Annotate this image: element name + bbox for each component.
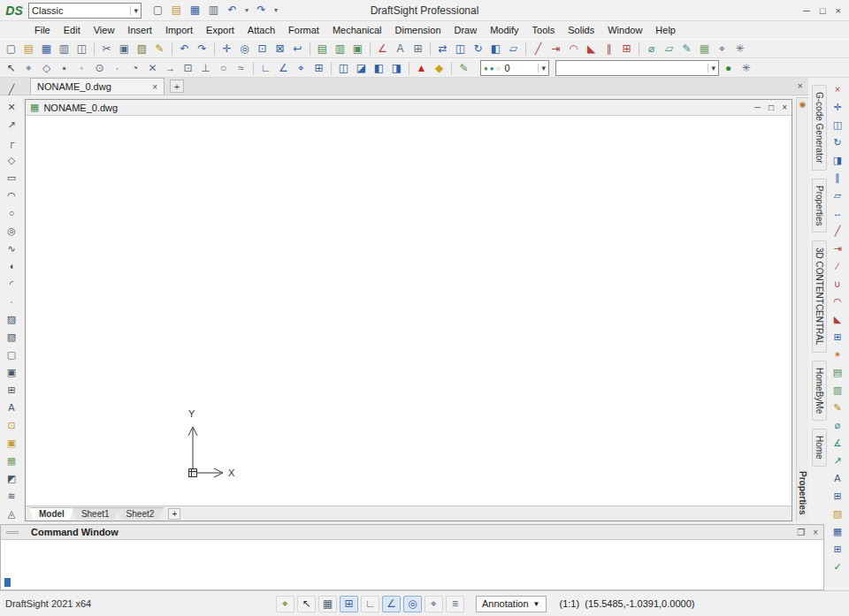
- menu-format[interactable]: Format: [286, 23, 322, 37]
- polar-icon[interactable]: ∠: [382, 596, 401, 612]
- properties-icon[interactable]: ▤: [830, 364, 845, 381]
- measure-icon[interactable]: ⌀: [643, 41, 660, 57]
- offset-icon[interactable]: ∥: [830, 170, 845, 186]
- redo-options-icon[interactable]: ▾: [272, 2, 280, 19]
- minimize-button[interactable]: ─: [754, 103, 761, 112]
- selection-settings-icon[interactable]: ↖: [297, 596, 316, 612]
- menu-edit[interactable]: Edit: [61, 23, 83, 37]
- mirror-icon[interactable]: ◨: [830, 152, 845, 169]
- insert-block-icon[interactable]: ⊡: [4, 417, 19, 434]
- move-icon[interactable]: ⇄: [434, 41, 451, 57]
- insertion-icon[interactable]: ⊡: [180, 60, 196, 77]
- etrack-icon[interactable]: ⌖: [424, 596, 443, 612]
- tab-home[interactable]: Home: [812, 429, 827, 467]
- ring-icon[interactable]: ◎: [4, 223, 19, 240]
- close-tab-icon[interactable]: ×: [152, 82, 157, 92]
- close-button[interactable]: ×: [782, 103, 787, 112]
- close-icon[interactable]: ×: [798, 80, 803, 91]
- offset-icon[interactable]: ∥: [600, 41, 617, 57]
- make-block-icon[interactable]: ▣: [4, 435, 19, 452]
- trim-icon[interactable]: ╱: [830, 223, 845, 240]
- drag-grip-icon[interactable]: [6, 531, 19, 534]
- smart-dimension-icon[interactable]: ∡: [830, 435, 845, 452]
- extend-icon[interactable]: ⇥: [830, 240, 845, 257]
- split-icon[interactable]: ∕: [830, 258, 845, 275]
- redo-icon[interactable]: ↷: [194, 41, 210, 57]
- layers-icon[interactable]: ▥: [830, 382, 845, 399]
- copy-icon[interactable]: ▣: [116, 41, 133, 57]
- print-preview-icon[interactable]: ◫: [73, 41, 90, 57]
- sheet-tab-sheet1[interactable]: Sheet1: [72, 507, 119, 520]
- warning-icon[interactable]: ▲: [413, 60, 430, 77]
- new-document-button[interactable]: +: [170, 80, 184, 93]
- circle-icon[interactable]: ○: [4, 205, 19, 222]
- workspace-selector[interactable]: Classic ▾: [28, 3, 142, 19]
- zoom-dynamic-icon[interactable]: ◎: [236, 41, 253, 57]
- cut-icon[interactable]: ✂: [98, 41, 115, 57]
- close-icon[interactable]: ×: [813, 528, 818, 537]
- redo-icon[interactable]: ↷: [253, 2, 270, 19]
- menu-draw[interactable]: Draw: [452, 23, 480, 37]
- save-icon[interactable]: ▦: [187, 2, 203, 19]
- properties-palette-tab[interactable]: Properties: [798, 471, 807, 514]
- table-icon[interactable]: ⊞: [4, 382, 19, 399]
- endpoint-icon[interactable]: ▪: [56, 60, 73, 77]
- zoom-previous-icon[interactable]: ↩: [289, 41, 306, 57]
- pan-icon[interactable]: ✛: [218, 41, 235, 57]
- leader-icon[interactable]: ↗: [830, 452, 845, 469]
- highlight-icon[interactable]: ◆: [431, 60, 447, 77]
- match-properties-icon[interactable]: ✎: [830, 399, 845, 416]
- maximize-button[interactable]: □: [769, 103, 774, 112]
- spline-icon[interactable]: ∿: [4, 240, 19, 257]
- rotate-icon[interactable]: ↻: [470, 41, 486, 57]
- sheet-tab-sheet2[interactable]: Sheet2: [117, 507, 164, 520]
- weld-icon[interactable]: ∪: [830, 276, 845, 293]
- polyline-icon[interactable]: ┌: [4, 134, 19, 151]
- maximize-button[interactable]: □: [820, 5, 826, 16]
- menu-insert[interactable]: Insert: [125, 23, 155, 37]
- line-icon[interactable]: ╱: [4, 81, 19, 98]
- infinite-line-icon[interactable]: ✕: [4, 99, 19, 116]
- text-icon[interactable]: A: [4, 399, 19, 416]
- command-input[interactable]: [1, 575, 823, 589]
- float-panel-icon[interactable]: ❐: [797, 528, 805, 537]
- mtext-icon[interactable]: A: [830, 470, 845, 487]
- perpendicular-icon[interactable]: ⊥: [197, 60, 214, 77]
- fillet-icon[interactable]: ◠: [565, 41, 582, 57]
- nearest-icon[interactable]: ≈: [233, 60, 249, 77]
- gradient-icon[interactable]: ▧: [4, 329, 19, 346]
- extend-icon[interactable]: ⇥: [547, 41, 564, 57]
- center-icon[interactable]: ⊙: [91, 60, 108, 77]
- undo-options-icon[interactable]: ▾: [242, 2, 251, 19]
- menu-help[interactable]: Help: [653, 23, 678, 37]
- mirror-icon[interactable]: ◧: [487, 41, 504, 57]
- pattern-icon[interactable]: ⊞: [830, 329, 845, 346]
- add-sheet-button[interactable]: +: [168, 508, 180, 520]
- copy-icon[interactable]: ◫: [830, 117, 845, 133]
- rectangle-icon[interactable]: ▭: [4, 170, 19, 186]
- ortho-icon[interactable]: ∟: [361, 596, 379, 612]
- layer-on-icon[interactable]: ●: [484, 65, 488, 72]
- settings-icon[interactable]: ✳: [738, 60, 754, 77]
- line-color-icon[interactable]: ●: [720, 60, 737, 77]
- lineweight-icon[interactable]: ≡: [446, 596, 464, 612]
- snap-icon[interactable]: ▦: [318, 596, 337, 612]
- close-button[interactable]: ×: [836, 5, 841, 16]
- menu-solids[interactable]: Solids: [565, 23, 597, 37]
- auto-hide-pin-icon[interactable]: ◉: [798, 100, 807, 112]
- wipeout-icon[interactable]: ◩: [4, 470, 19, 487]
- point-icon[interactable]: ∙: [4, 293, 19, 310]
- pointer-mode-icon[interactable]: ⌖: [276, 596, 294, 612]
- ortho-icon[interactable]: ∟: [257, 60, 274, 77]
- region-icon[interactable]: ▣: [4, 364, 19, 381]
- revision-cloud-icon[interactable]: ≋: [4, 488, 19, 505]
- draw-order-back-icon[interactable]: ◪: [353, 60, 370, 77]
- drawing-canvas[interactable]: Y X: [26, 116, 792, 506]
- erase-icon[interactable]: ×: [830, 81, 845, 98]
- document-tab-noname0[interactable]: NONAME_0.dwg ×: [30, 78, 164, 95]
- save-icon[interactable]: ▦: [38, 41, 55, 57]
- hatch-icon[interactable]: ▨: [830, 506, 845, 522]
- scale-icon[interactable]: ▱: [505, 41, 522, 57]
- etrack-icon[interactable]: ⌖: [293, 60, 310, 77]
- ellipse-arc-icon[interactable]: ◜: [4, 276, 19, 293]
